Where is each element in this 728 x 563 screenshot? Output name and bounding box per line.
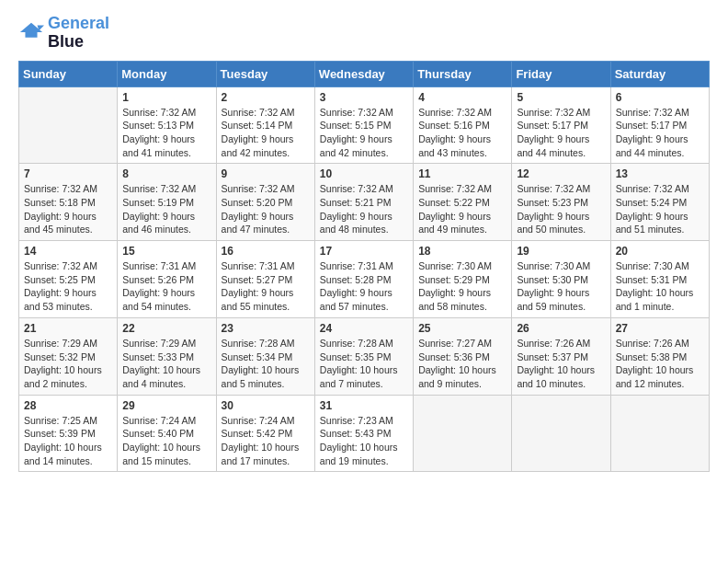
calendar-cell: 5Sunrise: 7:32 AMSunset: 5:17 PMDaylight…	[512, 86, 610, 164]
calendar-cell: 19Sunrise: 7:30 AMSunset: 5:30 PMDayligh…	[512, 241, 610, 318]
cell-sun-info: Sunrise: 7:32 AMSunset: 5:25 PMDaylight:…	[24, 259, 112, 314]
calendar-cell: 21Sunrise: 7:29 AMSunset: 5:32 PMDayligh…	[19, 317, 118, 395]
cell-sun-info: Sunrise: 7:30 AMSunset: 5:30 PMDaylight:…	[517, 259, 605, 314]
weekday-header: Friday	[512, 61, 610, 86]
weekday-header: Saturday	[610, 61, 709, 86]
cell-sun-info: Sunrise: 7:32 AMSunset: 5:20 PMDaylight:…	[222, 182, 310, 236]
calendar-cell	[610, 395, 709, 472]
logo: GeneralBlue	[18, 15, 109, 52]
calendar-cell: 11Sunrise: 7:32 AMSunset: 5:22 PMDayligh…	[414, 164, 512, 241]
calendar-week-row: 14Sunrise: 7:32 AMSunset: 5:25 PMDayligh…	[19, 241, 710, 318]
calendar-cell: 27Sunrise: 7:26 AMSunset: 5:38 PMDayligh…	[610, 317, 709, 395]
cell-sun-info: Sunrise: 7:32 AMSunset: 5:21 PMDaylight:…	[320, 182, 408, 236]
day-number: 2	[222, 91, 310, 104]
weekday-header: Sunday	[19, 61, 118, 86]
day-number: 11	[418, 167, 506, 180]
weekday-header: Tuesday	[216, 61, 314, 86]
day-number: 6	[616, 91, 704, 104]
calendar-cell	[512, 395, 610, 472]
calendar-cell: 17Sunrise: 7:31 AMSunset: 5:28 PMDayligh…	[314, 241, 413, 318]
cell-sun-info: Sunrise: 7:32 AMSunset: 5:22 PMDaylight:…	[418, 182, 506, 236]
calendar-cell: 16Sunrise: 7:31 AMSunset: 5:27 PMDayligh…	[216, 241, 314, 318]
calendar-cell: 25Sunrise: 7:27 AMSunset: 5:36 PMDayligh…	[414, 317, 512, 395]
day-number: 14	[24, 245, 112, 258]
day-number: 13	[616, 167, 704, 180]
cell-sun-info: Sunrise: 7:32 AMSunset: 5:15 PMDaylight:…	[320, 106, 408, 160]
day-number: 18	[418, 245, 506, 258]
cell-sun-info: Sunrise: 7:32 AMSunset: 5:23 PMDaylight:…	[517, 182, 605, 236]
cell-sun-info: Sunrise: 7:30 AMSunset: 5:31 PMDaylight:…	[616, 259, 704, 314]
cell-sun-info: Sunrise: 7:32 AMSunset: 5:19 PMDaylight:…	[122, 182, 210, 236]
weekday-header: Monday	[118, 61, 216, 86]
cell-sun-info: Sunrise: 7:26 AMSunset: 5:37 PMDaylight:…	[517, 337, 605, 391]
cell-sun-info: Sunrise: 7:29 AMSunset: 5:32 PMDaylight:…	[24, 337, 112, 391]
cell-sun-info: Sunrise: 7:29 AMSunset: 5:33 PMDaylight:…	[122, 337, 210, 391]
cell-sun-info: Sunrise: 7:28 AMSunset: 5:34 PMDaylight:…	[222, 337, 310, 391]
calendar-cell: 18Sunrise: 7:30 AMSunset: 5:29 PMDayligh…	[414, 241, 512, 318]
day-number: 28	[24, 399, 112, 412]
day-number: 4	[418, 91, 506, 104]
cell-sun-info: Sunrise: 7:32 AMSunset: 5:13 PMDaylight:…	[122, 106, 210, 160]
calendar-cell: 14Sunrise: 7:32 AMSunset: 5:25 PMDayligh…	[19, 241, 118, 318]
calendar-cell: 24Sunrise: 7:28 AMSunset: 5:35 PMDayligh…	[314, 317, 413, 395]
day-number: 7	[24, 167, 112, 180]
calendar-cell: 13Sunrise: 7:32 AMSunset: 5:24 PMDayligh…	[610, 164, 709, 241]
calendar-cell: 9Sunrise: 7:32 AMSunset: 5:20 PMDaylight…	[216, 164, 314, 241]
calendar-header-row: SundayMondayTuesdayWednesdayThursdayFrid…	[19, 61, 710, 86]
page-header: GeneralBlue	[18, 15, 710, 52]
cell-sun-info: Sunrise: 7:24 AMSunset: 5:42 PMDaylight:…	[222, 414, 310, 468]
day-number: 10	[320, 167, 408, 180]
calendar-cell: 23Sunrise: 7:28 AMSunset: 5:34 PMDayligh…	[216, 317, 314, 395]
calendar: SundayMondayTuesdayWednesdayThursdayFrid…	[18, 61, 710, 473]
day-number: 5	[517, 91, 605, 104]
day-number: 31	[320, 399, 408, 412]
calendar-cell: 20Sunrise: 7:30 AMSunset: 5:31 PMDayligh…	[610, 241, 709, 318]
cell-sun-info: Sunrise: 7:25 AMSunset: 5:39 PMDaylight:…	[24, 414, 112, 468]
calendar-cell: 15Sunrise: 7:31 AMSunset: 5:26 PMDayligh…	[118, 241, 216, 318]
calendar-cell: 3Sunrise: 7:32 AMSunset: 5:15 PMDaylight…	[314, 86, 413, 164]
cell-sun-info: Sunrise: 7:32 AMSunset: 5:16 PMDaylight:…	[418, 106, 506, 160]
day-number: 8	[122, 167, 210, 180]
weekday-header: Thursday	[414, 61, 512, 86]
cell-sun-info: Sunrise: 7:23 AMSunset: 5:43 PMDaylight:…	[320, 414, 408, 468]
day-number: 27	[616, 322, 704, 335]
calendar-cell: 12Sunrise: 7:32 AMSunset: 5:23 PMDayligh…	[512, 164, 610, 241]
cell-sun-info: Sunrise: 7:30 AMSunset: 5:29 PMDaylight:…	[418, 259, 506, 314]
day-number: 21	[24, 322, 112, 335]
calendar-week-row: 1Sunrise: 7:32 AMSunset: 5:13 PMDaylight…	[19, 86, 710, 164]
day-number: 20	[616, 245, 704, 258]
cell-sun-info: Sunrise: 7:24 AMSunset: 5:40 PMDaylight:…	[122, 414, 210, 468]
cell-sun-info: Sunrise: 7:32 AMSunset: 5:17 PMDaylight:…	[517, 106, 605, 160]
calendar-week-row: 28Sunrise: 7:25 AMSunset: 5:39 PMDayligh…	[19, 395, 710, 472]
calendar-cell: 2Sunrise: 7:32 AMSunset: 5:14 PMDaylight…	[216, 86, 314, 164]
cell-sun-info: Sunrise: 7:32 AMSunset: 5:14 PMDaylight:…	[222, 106, 310, 160]
calendar-cell: 6Sunrise: 7:32 AMSunset: 5:17 PMDaylight…	[610, 86, 709, 164]
calendar-cell	[19, 86, 118, 164]
cell-sun-info: Sunrise: 7:28 AMSunset: 5:35 PMDaylight:…	[320, 337, 408, 391]
day-number: 23	[222, 322, 310, 335]
day-number: 15	[122, 245, 210, 258]
cell-sun-info: Sunrise: 7:32 AMSunset: 5:24 PMDaylight:…	[616, 182, 704, 236]
cell-sun-info: Sunrise: 7:26 AMSunset: 5:38 PMDaylight:…	[616, 337, 704, 391]
calendar-cell: 31Sunrise: 7:23 AMSunset: 5:43 PMDayligh…	[314, 395, 413, 472]
day-number: 1	[122, 91, 210, 104]
cell-sun-info: Sunrise: 7:32 AMSunset: 5:17 PMDaylight:…	[616, 106, 704, 160]
calendar-cell	[414, 395, 512, 472]
day-number: 12	[517, 167, 605, 180]
day-number: 19	[517, 245, 605, 258]
day-number: 22	[122, 322, 210, 335]
calendar-cell: 28Sunrise: 7:25 AMSunset: 5:39 PMDayligh…	[19, 395, 118, 472]
logo-icon	[18, 20, 44, 46]
calendar-cell: 29Sunrise: 7:24 AMSunset: 5:40 PMDayligh…	[118, 395, 216, 472]
day-number: 9	[222, 167, 310, 180]
day-number: 29	[122, 399, 210, 412]
day-number: 25	[418, 322, 506, 335]
day-number: 17	[320, 245, 408, 258]
calendar-cell: 4Sunrise: 7:32 AMSunset: 5:16 PMDaylight…	[414, 86, 512, 164]
calendar-cell: 30Sunrise: 7:24 AMSunset: 5:42 PMDayligh…	[216, 395, 314, 472]
day-number: 24	[320, 322, 408, 335]
day-number: 16	[222, 245, 310, 258]
day-number: 3	[320, 91, 408, 104]
calendar-cell: 22Sunrise: 7:29 AMSunset: 5:33 PMDayligh…	[118, 317, 216, 395]
calendar-cell: 10Sunrise: 7:32 AMSunset: 5:21 PMDayligh…	[314, 164, 413, 241]
